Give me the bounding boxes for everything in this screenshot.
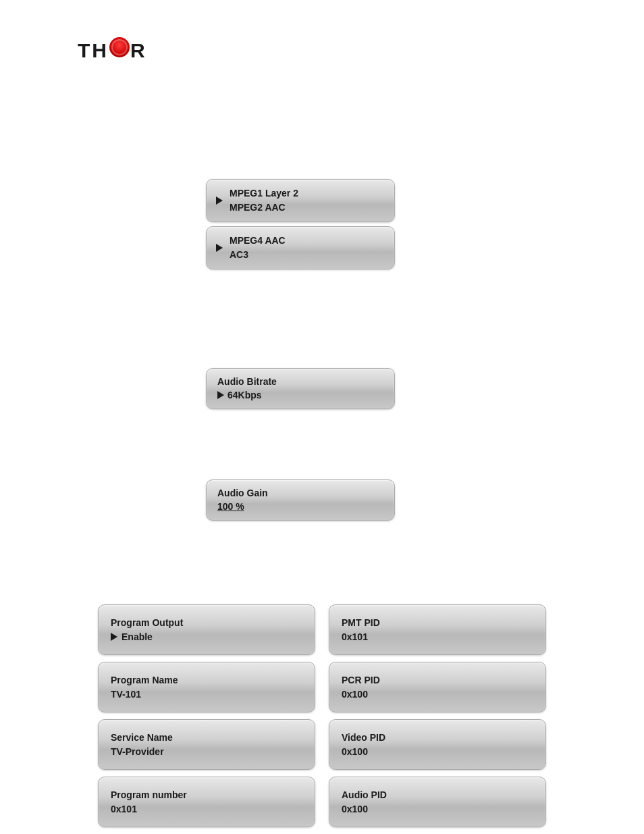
right-col-button-0[interactable]: PMT PID0x101: [329, 604, 546, 655]
left-col-button-3[interactable]: Program number0x101: [98, 777, 315, 827]
logo-o: [109, 37, 130, 57]
audio-format-lines-2: MPEG4 AAC AC3: [230, 234, 286, 262]
play-arrow-left-0: [111, 633, 117, 641]
audio-format-line2-2: AC3: [230, 248, 286, 262]
right-col-value-0: 0x101: [342, 630, 533, 644]
audio-bitrate-value: 64Kbps: [217, 389, 383, 402]
right-col-title-3: Audio PID: [342, 788, 533, 802]
left-col-title-1: Program Name: [111, 673, 302, 687]
right-col-title-0: PMT PID: [342, 616, 533, 630]
play-arrow-icon-2: [216, 244, 223, 252]
right-col-value-3: 0x100: [342, 802, 533, 816]
right-col-button-2[interactable]: Video PID0x100: [329, 719, 546, 770]
audio-format-line2-1: MPEG2 AAC: [230, 201, 298, 215]
left-col-title-3: Program number: [111, 788, 302, 802]
left-col-value-0: Enable: [111, 630, 302, 644]
audio-gain-value: 100 %: [217, 500, 383, 514]
bottom-section: Program OutputEnableProgram NameTV-101Se…: [98, 604, 546, 827]
audio-gain-button[interactable]: Audio Gain 100 %: [206, 479, 395, 521]
play-arrow-icon-1: [216, 197, 223, 205]
left-col-value-3: 0x101: [111, 802, 302, 816]
left-col-button-0[interactable]: Program OutputEnable: [98, 604, 315, 655]
left-col-title-0: Program Output: [111, 616, 302, 630]
audio-bitrate-title: Audio Bitrate: [217, 375, 383, 389]
logo-th: TH: [78, 39, 109, 61]
left-col-value-2: TV-Provider: [111, 745, 302, 759]
audio-gain-section: Audio Gain 100 %: [206, 479, 395, 521]
right-col-button-1[interactable]: PCR PID0x100: [329, 662, 546, 712]
right-col-value-2: 0x100: [342, 745, 533, 759]
audio-bitrate-section: Audio Bitrate 64Kbps: [206, 368, 395, 409]
audio-format-line1-2: MPEG4 AAC: [230, 234, 286, 248]
audio-format-section: MPEG1 Layer 2 MPEG2 AAC MPEG4 AAC AC3: [206, 179, 395, 269]
left-column: Program OutputEnableProgram NameTV-101Se…: [98, 604, 315, 827]
right-column: PMT PID0x101PCR PID0x100Video PID0x100Au…: [329, 604, 546, 827]
audio-bitrate-button[interactable]: Audio Bitrate 64Kbps: [206, 368, 395, 409]
left-col-button-2[interactable]: Service NameTV-Provider: [98, 719, 315, 770]
logo: THR: [78, 37, 147, 62]
audio-format-line1-1: MPEG1 Layer 2: [230, 186, 298, 201]
play-arrow-bitrate-icon: [217, 391, 224, 399]
audio-format-lines-1: MPEG1 Layer 2 MPEG2 AAC: [230, 186, 298, 215]
audio-format-button-1[interactable]: MPEG1 Layer 2 MPEG2 AAC: [206, 179, 395, 222]
logo-r: R: [130, 39, 147, 61]
audio-format-button-2[interactable]: MPEG4 AAC AC3: [206, 226, 395, 269]
left-col-button-1[interactable]: Program NameTV-101: [98, 662, 315, 712]
right-col-button-3[interactable]: Audio PID0x100: [329, 777, 546, 827]
left-col-value-1: TV-101: [111, 687, 302, 702]
left-col-title-2: Service Name: [111, 731, 302, 745]
right-col-title-1: PCR PID: [342, 673, 533, 687]
audio-gain-title: Audio Gain: [217, 487, 383, 500]
right-col-title-2: Video PID: [342, 731, 533, 745]
right-col-value-1: 0x100: [342, 687, 533, 702]
